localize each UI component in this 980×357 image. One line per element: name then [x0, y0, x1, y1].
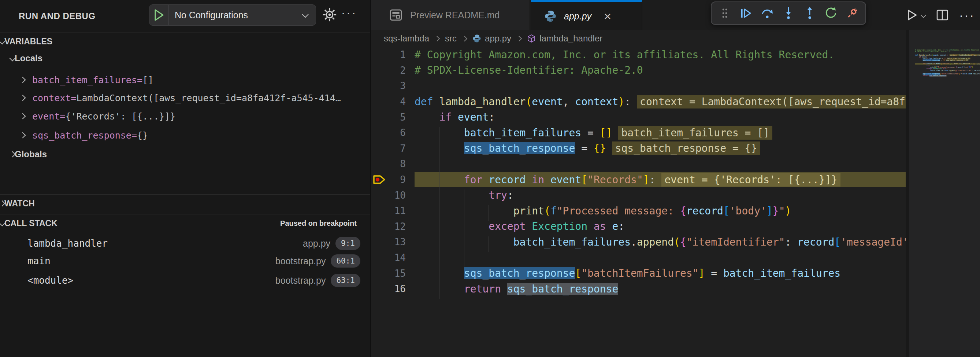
code-line[interactable]: 13 batch_item_failures.append({"itemIden… [371, 234, 906, 250]
breakpoint-margin[interactable] [371, 109, 388, 125]
stack-frame[interactable]: lambda_handlerapp.py9:1 [0, 234, 370, 252]
code-line[interactable]: 12 except Exception as e: [371, 219, 906, 234]
breakpoint-margin[interactable] [371, 78, 388, 94]
breakpoint-margin[interactable] [371, 63, 388, 78]
breadcrumb-item[interactable]: lambda_handler [539, 33, 603, 44]
tab-preview-readme[interactable]: Preview README.md [371, 0, 530, 30]
variable-row[interactable]: batch_item_failures = [] [21, 73, 383, 87]
breadcrumb-item[interactable]: sqs-lambda [384, 33, 429, 44]
code-token: } [773, 205, 779, 217]
breakpoint-margin[interactable] [371, 250, 388, 266]
code-token: [ [723, 205, 730, 217]
watch-section-header[interactable]: WATCH [0, 196, 370, 210]
tab-app-py[interactable]: app.py × [531, 0, 642, 30]
variable-row[interactable]: sqs_batch_response = {} [21, 128, 383, 143]
code-token: {} [593, 142, 606, 154]
code-line[interactable]: 11 print(f"Processed message: {record['b… [371, 203, 906, 219]
code-line-content: for record in event["Records"]:event = {… [415, 172, 906, 188]
debug-toolbar [711, 2, 866, 25]
disconnect-icon[interactable] [843, 4, 862, 23]
code-line-content: sqs_batch_response["batchItemFailures"] … [415, 265, 906, 281]
debug-config-dropdown[interactable]: No Configurations [149, 5, 316, 26]
breadcrumb-item[interactable]: src [445, 33, 457, 44]
code-token: append [949, 70, 955, 72]
code-token: "Processed message: [557, 205, 680, 217]
chevron-right-icon [21, 77, 25, 83]
variable-value: LambdaContext([aws_request_id=a8fa412f-a… [76, 93, 340, 104]
close-icon[interactable]: × [604, 10, 611, 22]
code-line[interactable]: 8 [371, 156, 906, 172]
locals-label: Locals [15, 53, 43, 64]
globals-tree-item[interactable]: Globals [10, 147, 380, 161]
code-line[interactable]: 10 try: [371, 187, 906, 203]
breakpoint-margin[interactable] [371, 281, 388, 297]
minimap[interactable]: # Copyright Amazon.com, Inc. or its affi… [906, 30, 980, 357]
frame-position-badge: 9:1 [336, 237, 360, 250]
breadcrumb-item[interactable]: app.py [485, 33, 511, 44]
restart-icon[interactable] [821, 4, 840, 23]
breakpoint-margin[interactable] [371, 234, 388, 250]
code-line[interactable]: 5 if event: [371, 109, 906, 125]
code-line[interactable]: 14 [371, 250, 906, 266]
code-token: " [779, 205, 785, 217]
code-line-content: # SPDX-License-Identifier: Apache-2.0 [415, 63, 906, 78]
step-into-icon[interactable] [779, 4, 798, 23]
breakpoint-margin[interactable] [371, 203, 388, 219]
run-button[interactable] [906, 9, 926, 21]
code-line[interactable]: 4def lambda_handler(event, context):cont… [371, 94, 906, 110]
frame-name: <module> [27, 275, 73, 286]
code-line[interactable]: 15 sqs_batch_response["batchItemFailures… [371, 265, 906, 281]
locals-tree-item[interactable]: Locals [10, 51, 380, 65]
code-line[interactable]: 2# SPDX-License-Identifier: Apache-2.0 [371, 63, 906, 78]
call-stack-section-header[interactable]: CALL STACK Paused on breakpoint [0, 216, 370, 230]
code-token: : [947, 54, 948, 56]
stack-frame[interactable]: <module>bootstrap.py63:1 [0, 272, 370, 289]
variable-row[interactable]: event = {'Records': [{...}]} [21, 109, 383, 124]
code-token [915, 59, 923, 61]
current-breakpoint-arrow-icon[interactable] [371, 172, 388, 188]
step-over-icon[interactable] [758, 4, 777, 23]
code-token: = [940, 59, 943, 61]
breakpoint-margin[interactable] [371, 265, 388, 281]
breakpoint-margin[interactable] [371, 47, 388, 63]
code-line[interactable]: 6 batch_item_failures = []batch_item_fai… [371, 125, 906, 141]
code-line[interactable]: 9 for record in event["Records"]:event =… [371, 172, 906, 188]
code-token: f [550, 205, 557, 217]
code-token: "Records" [587, 174, 643, 186]
debug-inline-value: event = {'Records': [{...}]} [662, 173, 840, 186]
code-token: 'body' [964, 66, 969, 68]
line-number: 16 [388, 283, 415, 294]
stack-frame[interactable]: mainbootstrap.py60:1 [0, 252, 370, 270]
chevron-right-icon [21, 95, 25, 101]
code-line[interactable]: 1# Copyright Amazon.com, Inc. or its aff… [371, 47, 906, 63]
breakpoint-margin[interactable] [371, 156, 388, 172]
breakpoint-margin[interactable] [371, 141, 388, 156]
code-line[interactable]: 7 sqs_batch_response = {}sqs_batch_respo… [371, 141, 906, 156]
gear-icon[interactable] [321, 6, 338, 23]
continue-icon[interactable] [737, 4, 756, 23]
code-token: : [951, 63, 952, 65]
breakpoint-margin[interactable] [371, 94, 388, 110]
code-token: = [705, 267, 723, 279]
code-line[interactable]: 16 return sqs_batch_response [371, 281, 906, 297]
code-token: "itemIdentifier" [686, 236, 785, 248]
variables-section-header[interactable]: VARIABLES [0, 35, 370, 48]
breakpoint-margin[interactable] [371, 219, 388, 234]
split-editor-icon[interactable] [936, 10, 948, 21]
start-debug-icon[interactable] [150, 5, 169, 25]
sidebar-more-actions[interactable]: ··· [340, 5, 358, 23]
drag-grip-icon[interactable] [715, 4, 734, 23]
config-dropdown-label: No Configurations [169, 10, 303, 21]
tab-label: app.py [564, 11, 592, 22]
variable-row[interactable]: context = LambdaContext([aws_request_id=… [21, 91, 383, 105]
code-token: lambda_handler [439, 96, 525, 108]
code-editor[interactable]: 1# Copyright Amazon.com, Inc. or its aff… [371, 47, 906, 357]
breakpoint-margin[interactable] [371, 125, 388, 141]
step-out-icon[interactable] [800, 4, 819, 23]
chevron-right-icon [516, 35, 522, 41]
variable-name: batch_item_failures [32, 75, 137, 85]
indent-guide [439, 127, 439, 299]
more-actions-icon[interactable]: ··· [959, 8, 975, 22]
breakpoint-margin[interactable] [371, 187, 388, 203]
code-line[interactable]: 3 [371, 78, 906, 94]
